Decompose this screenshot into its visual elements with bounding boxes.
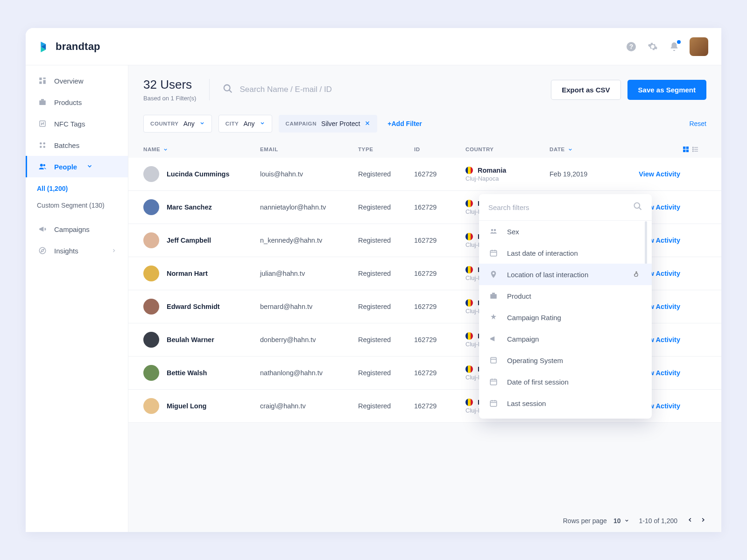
user-email: n_kennedy@hahn.tv <box>260 237 358 244</box>
page-subtitle: Based on 1 Filter(s) <box>143 95 196 102</box>
sidebar-item-products[interactable]: Products <box>26 91 128 113</box>
sidebar-item-insights[interactable]: Insights <box>26 240 128 261</box>
sidebar-item-label: People <box>54 163 77 171</box>
dropdown-item[interactable]: Location of last interaction <box>479 264 652 285</box>
filters-row: COUNTRY Any CITY Any CAMPAIGN Silver Pro… <box>128 111 721 141</box>
col-type[interactable]: TYPE <box>358 147 414 152</box>
pagination: Rows per page 10 1-10 of 1,200 <box>128 509 721 532</box>
user-id: 162729 <box>414 270 465 277</box>
view-toggles[interactable] <box>680 146 699 153</box>
toolbar: 32 Users Based on 1 Filter(s) Export as … <box>128 65 721 111</box>
dropdown-item[interactable]: Campaign Rating <box>479 307 652 328</box>
sidebar-item-people[interactable]: People <box>26 156 128 177</box>
svg-line-21 <box>229 90 232 93</box>
bell-icon[interactable] <box>668 41 680 53</box>
close-icon[interactable] <box>365 120 370 127</box>
user-email: louis@hahn.tv <box>260 170 358 178</box>
prev-page-button[interactable] <box>687 517 693 525</box>
grid-icon <box>38 77 47 85</box>
dropdown-item[interactable]: Campaign <box>479 328 652 350</box>
compass-icon <box>38 246 47 255</box>
svg-rect-9 <box>39 100 46 105</box>
nfc-icon <box>38 119 47 128</box>
add-filter-button[interactable]: +Add Filter <box>388 120 422 127</box>
dropdown-item-icon <box>489 270 499 279</box>
sidebar-item-nfc[interactable]: NFC Tags <box>26 113 128 134</box>
col-country[interactable]: COUNTRY <box>465 147 550 152</box>
subitem-all[interactable]: All (1,200) <box>26 180 128 197</box>
filter-campaign[interactable]: CAMPAIGN Silver Protect <box>279 115 378 133</box>
dropdown-item-label: Date of first session <box>507 378 569 386</box>
dropdown-item[interactable]: Operating System <box>479 350 652 371</box>
filter-value: Any <box>243 120 254 127</box>
dots-icon <box>38 141 47 149</box>
sidebar-item-campaigns[interactable]: Campaigns <box>26 218 128 240</box>
svg-rect-47 <box>490 379 497 385</box>
user-name: Miguel Long <box>167 402 206 410</box>
app-window: brandtap ? Overview <box>26 28 721 532</box>
col-email[interactable]: EMAIL <box>260 147 358 152</box>
next-page-button[interactable] <box>700 517 706 525</box>
sidebar: Overview Products NFC Tags Batches <box>26 65 128 532</box>
dropdown-item[interactable]: Last session <box>479 392 652 414</box>
svg-rect-26 <box>683 150 685 152</box>
user-name: Lucinda Cummings <box>167 170 230 178</box>
svg-marker-19 <box>41 249 44 252</box>
sidebar-item-label: Products <box>54 98 82 106</box>
cell-name: Edward Schmidt <box>143 299 260 315</box>
dropdown-item-label: Location of last interaction <box>507 271 588 279</box>
save-segment-button[interactable]: Save as Segment <box>627 80 706 100</box>
pagination-nav <box>687 517 706 525</box>
gear-icon[interactable] <box>647 41 659 53</box>
svg-rect-7 <box>43 80 46 84</box>
row-avatar <box>143 266 159 281</box>
svg-rect-8 <box>39 82 42 84</box>
view-activity-link[interactable]: View Activity <box>620 170 680 178</box>
col-id[interactable]: ID <box>414 147 465 152</box>
export-csv-button[interactable]: Export as CSV <box>551 80 620 100</box>
user-type: Registered <box>358 303 414 310</box>
sidebar-item-label: Campaigns <box>54 225 90 233</box>
flag-icon <box>465 266 473 273</box>
dropdown-item[interactable]: Product <box>479 285 652 307</box>
user-name: Beulah Warner <box>167 336 214 343</box>
reset-filters-link[interactable]: Reset <box>689 120 706 127</box>
rows-per-page[interactable]: Rows per page 10 <box>563 517 630 525</box>
row-avatar <box>143 199 159 215</box>
user-type: Registered <box>358 402 414 410</box>
filter-city[interactable]: CITY Any <box>218 115 272 133</box>
title-block: 32 Users Based on 1 Filter(s) <box>143 77 196 102</box>
dropdown-item[interactable]: Sex <box>479 221 652 242</box>
user-name: Marc Sanchez <box>167 203 212 211</box>
col-date[interactable]: DATE <box>550 147 620 152</box>
chevron-down-icon <box>624 518 629 523</box>
dropdown-item[interactable]: Last date of interaction <box>479 242 652 264</box>
dropdown-item-label: Operating System <box>507 357 563 364</box>
svg-point-13 <box>43 142 46 145</box>
svg-point-15 <box>43 146 46 148</box>
row-date: Feb 19,2019 <box>550 170 620 178</box>
svg-point-20 <box>224 85 230 91</box>
cell-name: Jeff Campbell <box>143 232 260 248</box>
search-input[interactable] <box>240 85 538 94</box>
people-icon <box>38 162 47 171</box>
svg-point-16 <box>40 164 43 167</box>
col-name[interactable]: NAME <box>143 147 260 152</box>
dropdown-item[interactable]: Date of first session <box>479 371 652 392</box>
sidebar-item-batches[interactable]: Batches <box>26 134 128 156</box>
filter-country[interactable]: COUNTRY Any <box>143 115 212 133</box>
svg-rect-27 <box>686 150 689 152</box>
dropdown-search-input[interactable] <box>488 203 628 211</box>
svg-point-17 <box>43 164 46 167</box>
svg-rect-24 <box>683 147 685 149</box>
subitem-custom-segment[interactable]: Custom Segment (130) <box>26 197 128 214</box>
svg-text:?: ? <box>629 43 634 50</box>
flag-icon <box>465 167 473 174</box>
filter-label: CAMPAIGN <box>286 121 317 126</box>
svg-rect-38 <box>490 251 497 256</box>
sidebar-item-overview[interactable]: Overview <box>26 70 128 91</box>
svg-point-37 <box>494 229 496 231</box>
user-avatar[interactable] <box>690 37 708 56</box>
svg-rect-33 <box>694 151 698 151</box>
help-icon[interactable]: ? <box>625 41 637 53</box>
